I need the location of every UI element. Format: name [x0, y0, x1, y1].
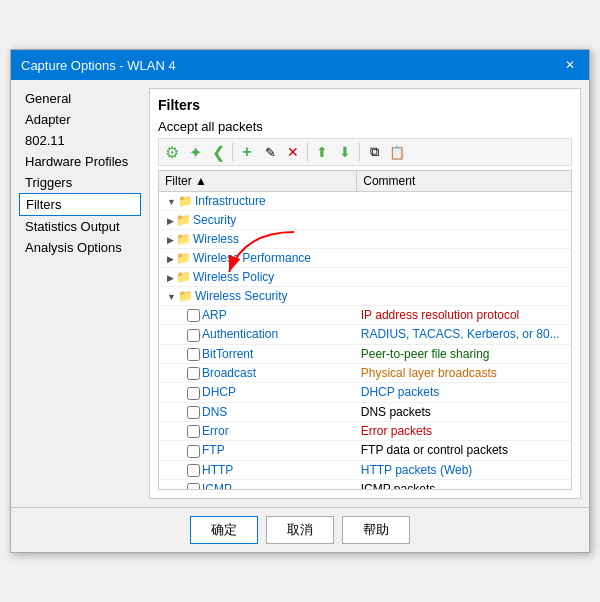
folder-icon: 📁: [176, 213, 191, 227]
filter-table-wrapper[interactable]: Filter ▲ Comment ▼📁Infrastructure▶📁Secur…: [158, 170, 572, 490]
row-checkbox[interactable]: [187, 309, 200, 322]
tb-green-btn1[interactable]: ⚙: [161, 141, 183, 163]
sidebar: GeneralAdapter802.11Hardware ProfilesTri…: [19, 88, 149, 499]
chevron-icon[interactable]: ▶: [167, 235, 174, 245]
table-row[interactable]: ICMPICMP packets: [159, 479, 571, 490]
sidebar-item-802.11[interactable]: 802.11: [19, 130, 141, 151]
folder-label: Infrastructure: [195, 194, 266, 208]
filter-toolbar: ⚙ ✦ ❮ + ✎ ✕ ⬆ ⬇ ⧉ 📋: [158, 138, 572, 166]
footer: 确定 取消 帮助: [11, 507, 589, 552]
item-label: ARP: [202, 308, 227, 322]
folder-icon: 📁: [178, 289, 193, 303]
item-label: ICMP: [202, 482, 232, 490]
item-comment: ICMP packets: [357, 479, 571, 490]
table-row[interactable]: ▼📁Infrastructure: [159, 192, 571, 211]
item-label: DHCP: [202, 385, 236, 399]
sidebar-item-general[interactable]: General: [19, 88, 141, 109]
sidebar-item-adapter[interactable]: Adapter: [19, 109, 141, 130]
close-button[interactable]: ✕: [561, 56, 579, 74]
row-checkbox[interactable]: [187, 387, 200, 400]
item-label: Error: [202, 424, 229, 438]
tb-green-btn2[interactable]: ✦: [184, 141, 206, 163]
title-bar-buttons: ✕: [561, 56, 579, 74]
sidebar-item-triggers[interactable]: Triggers: [19, 172, 141, 193]
item-comment: RADIUS, TACACS, Kerberos, or 80...: [357, 325, 571, 344]
filter-table: Filter ▲ Comment ▼📁Infrastructure▶📁Secur…: [159, 171, 571, 490]
folder-label: Wireless Performance: [193, 251, 311, 265]
tb-up-btn[interactable]: ⬆: [311, 141, 333, 163]
confirm-button[interactable]: 确定: [190, 516, 258, 544]
item-comment: IP address resolution protocol: [357, 306, 571, 325]
table-row[interactable]: BitTorrentPeer-to-peer file sharing: [159, 344, 571, 363]
tb-edit-btn[interactable]: ✎: [259, 141, 281, 163]
help-button[interactable]: 帮助: [342, 516, 410, 544]
row-checkbox[interactable]: [187, 464, 200, 477]
folder-icon: 📁: [176, 232, 191, 246]
sidebar-item-filters[interactable]: Filters: [19, 193, 141, 216]
table-row[interactable]: DHCPDHCP packets: [159, 383, 571, 402]
table-row[interactable]: ▶📁Wireless: [159, 230, 571, 249]
table-row[interactable]: ErrorError packets: [159, 421, 571, 440]
window-title: Capture Options - WLAN 4: [21, 58, 176, 73]
accept-label: Accept all packets: [158, 119, 572, 134]
tb-down-btn[interactable]: ⬇: [334, 141, 356, 163]
table-row[interactable]: ▶📁Security: [159, 211, 571, 230]
folder-icon: 📁: [176, 251, 191, 265]
item-comment: HTTP packets (Web): [357, 460, 571, 479]
item-comment: Peer-to-peer file sharing: [357, 344, 571, 363]
toolbar-separator-1: [232, 143, 233, 161]
chevron-icon[interactable]: ▼: [167, 292, 176, 302]
sidebar-item-analysis-options[interactable]: Analysis Options: [19, 237, 141, 258]
tb-green-btn3[interactable]: ❮: [207, 141, 229, 163]
table-row[interactable]: FTPFTP data or control packets: [159, 441, 571, 460]
item-comment: FTP data or control packets: [357, 441, 571, 460]
row-checkbox[interactable]: [187, 329, 200, 342]
table-row[interactable]: ARPIP address resolution protocol: [159, 306, 571, 325]
col-filter[interactable]: Filter ▲: [159, 171, 357, 192]
item-label: BitTorrent: [202, 347, 253, 361]
table-row[interactable]: HTTPHTTP packets (Web): [159, 460, 571, 479]
folder-icon: 📁: [178, 194, 193, 208]
chevron-icon[interactable]: ▶: [167, 216, 174, 226]
item-label: DNS: [202, 405, 227, 419]
item-label: Broadcast: [202, 366, 256, 380]
table-row[interactable]: AuthenticationRADIUS, TACACS, Kerberos, …: [159, 325, 571, 344]
tb-add-btn[interactable]: +: [236, 141, 258, 163]
chevron-icon[interactable]: ▶: [167, 254, 174, 264]
row-checkbox[interactable]: [187, 348, 200, 361]
folder-label: Wireless Policy: [193, 270, 274, 284]
tb-paste-btn[interactable]: 📋: [386, 141, 408, 163]
item-label: HTTP: [202, 463, 233, 477]
item-label: FTP: [202, 443, 225, 457]
row-checkbox[interactable]: [187, 425, 200, 438]
row-checkbox[interactable]: [187, 445, 200, 458]
table-row[interactable]: ▶📁Wireless Policy: [159, 268, 571, 287]
tb-copy-btn[interactable]: ⧉: [363, 141, 385, 163]
folder-label: Wireless Security: [195, 289, 288, 303]
folder-label: Security: [193, 213, 236, 227]
sidebar-item-statistics-output[interactable]: Statistics Output: [19, 216, 141, 237]
item-label: Authentication: [202, 327, 278, 341]
row-checkbox[interactable]: [187, 406, 200, 419]
main-area: Filters Accept all packets ⚙ ✦ ❮ + ✎ ✕ ⬆…: [149, 88, 581, 499]
row-checkbox[interactable]: [187, 483, 200, 490]
col-comment[interactable]: Comment: [357, 171, 571, 192]
main-window: Capture Options - WLAN 4 ✕ GeneralAdapte…: [10, 49, 590, 553]
item-comment: Physical layer broadcasts: [357, 363, 571, 382]
toolbar-separator-2: [307, 143, 308, 161]
item-comment: DHCP packets: [357, 383, 571, 402]
tb-delete-btn[interactable]: ✕: [282, 141, 304, 163]
item-comment: DNS packets: [357, 402, 571, 421]
table-row[interactable]: ▼📁Wireless Security: [159, 287, 571, 306]
chevron-icon[interactable]: ▶: [167, 273, 174, 283]
cancel-button[interactable]: 取消: [266, 516, 334, 544]
table-row[interactable]: BroadcastPhysical layer broadcasts: [159, 363, 571, 382]
folder-icon: 📁: [176, 270, 191, 284]
title-bar: Capture Options - WLAN 4 ✕: [11, 50, 589, 80]
content-area: GeneralAdapter802.11Hardware ProfilesTri…: [11, 80, 589, 507]
table-row[interactable]: DNSDNS packets: [159, 402, 571, 421]
row-checkbox[interactable]: [187, 367, 200, 380]
chevron-icon[interactable]: ▼: [167, 197, 176, 207]
table-row[interactable]: ▶📁Wireless Performance: [159, 249, 571, 268]
sidebar-item-hardware-profiles[interactable]: Hardware Profiles: [19, 151, 141, 172]
